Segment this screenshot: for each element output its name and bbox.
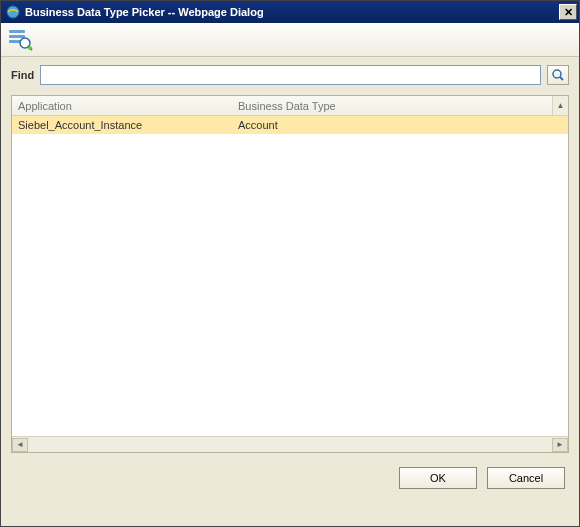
svg-rect-2 [9,35,25,38]
toolbar [1,23,579,57]
svg-point-6 [28,46,32,50]
scroll-up-button[interactable]: ▲ [552,96,568,115]
window-title: Business Data Type Picker -- Webpage Dia… [25,6,559,18]
svg-line-8 [560,77,563,80]
close-icon: ✕ [564,6,573,19]
table-row[interactable]: Siebel_Account_Instance Account [12,116,568,134]
scroll-left-button[interactable]: ◄ [12,438,28,452]
chevron-left-icon: ◄ [16,440,24,449]
find-go-button[interactable] [547,65,569,85]
find-input[interactable] [40,65,541,85]
find-row: Find [1,57,579,91]
column-header-business-data-type[interactable]: Business Data Type [232,96,552,115]
find-label: Find [11,69,34,81]
cell-application: Siebel_Account_Instance [12,119,232,131]
scroll-right-button[interactable]: ► [552,438,568,452]
horizontal-scrollbar[interactable]: ◄ ► [12,436,568,452]
dialog-buttons: OK Cancel [1,453,579,489]
chevron-up-icon: ▲ [557,101,565,110]
cell-business-data-type: Account [232,119,568,131]
results-grid: Application Business Data Type ▲ Siebel_… [11,95,569,453]
cancel-button[interactable]: Cancel [487,467,565,489]
search-icon [551,68,565,82]
ok-button[interactable]: OK [399,467,477,489]
list-search-icon[interactable] [7,26,35,54]
svg-point-7 [553,70,561,78]
grid-header: Application Business Data Type ▲ [12,96,568,116]
svg-rect-1 [9,30,25,33]
close-button[interactable]: ✕ [559,4,577,20]
chevron-right-icon: ► [556,440,564,449]
column-header-application[interactable]: Application [12,96,232,115]
ie-icon [5,4,21,20]
grid-body: Siebel_Account_Instance Account [12,116,568,436]
title-bar: Business Data Type Picker -- Webpage Dia… [1,1,579,23]
